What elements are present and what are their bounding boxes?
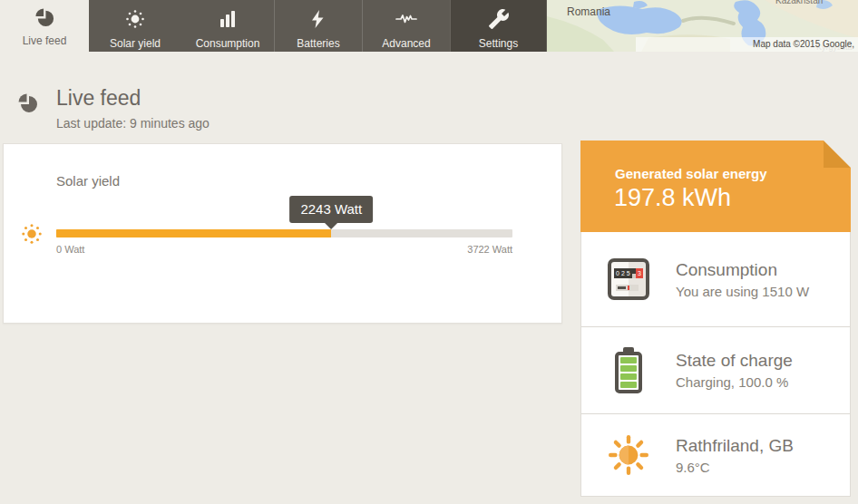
generated-energy-value: 197.8 kWh xyxy=(614,184,731,212)
tab-settings[interactable]: Settings xyxy=(450,0,546,52)
battery-icon xyxy=(581,347,676,393)
row-title: State of charge xyxy=(676,351,793,371)
last-update-text: Last update: 9 minutes ago xyxy=(56,116,210,131)
solar-yield-card: Solar yield 2243 Watt 0 Watt 3722 Watt xyxy=(3,143,562,324)
tab-label: Consumption xyxy=(196,37,260,50)
state-of-charge-row: State of charge Charging, 100.0 % xyxy=(581,326,850,413)
tab-label: Live feed xyxy=(23,34,67,47)
waveform-icon xyxy=(395,8,418,34)
lightning-icon xyxy=(307,8,329,34)
live-feed-icon xyxy=(34,7,55,32)
meter-red-digit: 3 xyxy=(636,268,643,278)
sun-dotted-icon xyxy=(20,222,44,249)
live-feed-icon xyxy=(17,92,39,118)
row-subtitle: Charging, 100.0 % xyxy=(676,374,793,390)
location-map[interactable]: Romania Kazakhstan Kyrgyzsta Map data ©2… xyxy=(547,0,858,52)
solar-tooltip: 2243 Watt xyxy=(289,196,373,223)
tab-label: Batteries xyxy=(297,37,339,50)
row-subtitle: You are using 1510 W xyxy=(676,284,809,299)
meter-icon: 025 3 xyxy=(581,258,676,300)
solar-progress-fill xyxy=(56,229,331,237)
sun-dotted-icon xyxy=(124,8,146,34)
top-nav: Live feed Solar yield xyxy=(0,0,858,52)
generated-energy-card: Generated solar energy 197.8 kWh xyxy=(580,141,851,232)
generated-energy-title: Generated solar energy xyxy=(615,166,767,181)
wrench-icon xyxy=(488,8,510,34)
map-label-kazakhstan: Kazakhstan xyxy=(775,0,823,5)
weather-row: Rathfriland, GB 9.6°C xyxy=(581,413,850,496)
tab-advanced[interactable]: Advanced xyxy=(362,0,450,52)
tab-label: Settings xyxy=(479,37,518,50)
tab-label: Advanced xyxy=(382,37,430,50)
map-label-romania: Romania xyxy=(567,5,610,18)
tab-batteries[interactable]: Batteries xyxy=(274,0,362,52)
tab-solar-yield[interactable]: Solar yield xyxy=(89,0,181,52)
consumption-row: 025 3 Consumption You are using 1510 W xyxy=(581,232,850,326)
page-title: Live feed xyxy=(56,86,141,111)
sun-icon xyxy=(581,432,676,478)
map-attribution: Map data ©2015 Google, xyxy=(753,39,854,49)
row-title: Consumption xyxy=(676,260,809,280)
summary-panel: Generated solar energy 197.8 kWh 025 3 C… xyxy=(580,141,851,497)
bar-min-label: 0 Watt xyxy=(56,244,84,255)
solar-progress-track xyxy=(56,229,512,237)
tab-live-feed[interactable]: Live feed xyxy=(0,0,89,52)
tab-label: Solar yield xyxy=(110,37,161,50)
row-title: Rathfriland, GB xyxy=(676,436,794,456)
solar-progress-area: 2243 Watt 0 Watt 3722 Watt xyxy=(56,144,512,325)
dark-tab-bar: Solar yield Consumption Batteries xyxy=(89,0,547,52)
summary-rows: 025 3 Consumption You are using 1510 W xyxy=(580,232,851,497)
bar-max-label: 3722 Watt xyxy=(467,244,512,255)
meter-digits: 025 xyxy=(614,268,632,278)
row-subtitle: 9.6°C xyxy=(676,460,794,475)
tab-consumption[interactable]: Consumption xyxy=(181,0,274,52)
bar-chart-icon xyxy=(217,8,239,34)
